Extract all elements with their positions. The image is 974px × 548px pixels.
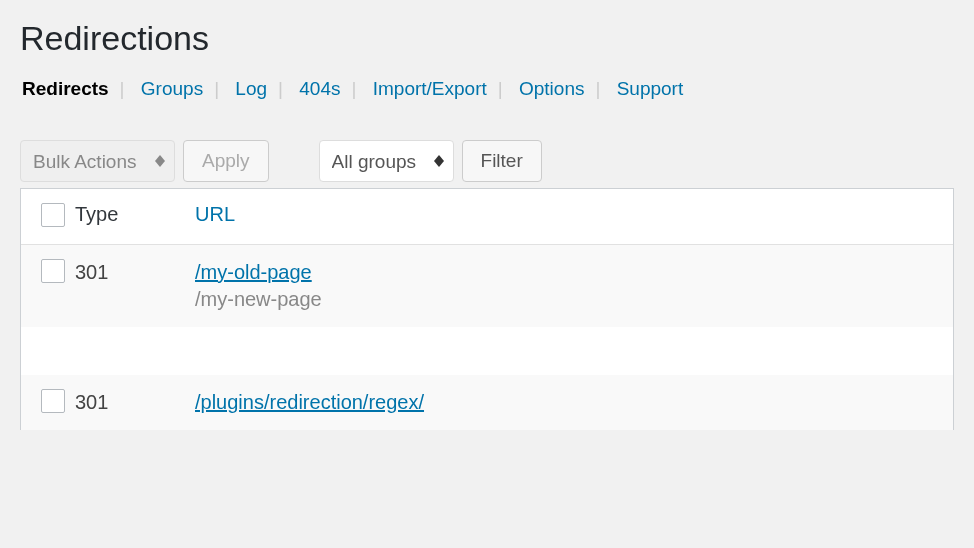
row-url-cell: /my-old-page /my-new-page — [185, 245, 953, 327]
separator: | — [489, 78, 512, 99]
tab-redirects[interactable]: Redirects — [20, 78, 111, 100]
separator: | — [111, 78, 134, 99]
column-type-header: Type — [65, 189, 185, 245]
tab-404s[interactable]: 404s — [297, 78, 342, 100]
tab-label: Groups — [141, 78, 203, 99]
separator: | — [342, 78, 365, 99]
row-source-url[interactable]: /my-old-page — [195, 261, 943, 284]
tab-nav: Redirects| Groups| Log| 404s| Import/Exp… — [20, 78, 954, 100]
bulk-actions-select[interactable]: Bulk Actions — [20, 140, 175, 182]
table-row: 301 /my-old-page /my-new-page — [21, 245, 953, 327]
column-url-label: URL — [195, 203, 235, 225]
row-url-cell: /plugins/redirection/regex/ — [185, 375, 953, 430]
row-type: 301 — [65, 375, 185, 430]
tab-label: Log — [235, 78, 267, 99]
tab-log[interactable]: Log — [233, 78, 269, 100]
separator: | — [205, 78, 228, 99]
tablenav-top: Bulk Actions Apply All groups Filter — [20, 140, 954, 182]
row-target-url: /my-new-page — [195, 288, 943, 311]
table-row-gap — [21, 327, 953, 375]
separator: | — [586, 78, 609, 99]
tab-label: Import/Export — [373, 78, 487, 99]
apply-button[interactable]: Apply — [183, 140, 269, 182]
page-title: Redirections — [20, 10, 954, 70]
select-all-header — [21, 189, 65, 245]
row-source-url[interactable]: /plugins/redirection/regex/ — [195, 391, 943, 414]
tab-label: 404s — [299, 78, 340, 99]
tab-label: Options — [519, 78, 584, 99]
row-checkbox[interactable] — [41, 389, 65, 413]
tab-label: Support — [617, 78, 684, 99]
tab-import-export[interactable]: Import/Export — [371, 78, 489, 100]
group-filter-select[interactable]: All groups — [319, 140, 454, 182]
tab-options[interactable]: Options — [517, 78, 586, 100]
tab-label: Redirects — [22, 78, 109, 99]
tab-support[interactable]: Support — [615, 78, 686, 100]
select-all-checkbox[interactable] — [41, 203, 65, 227]
table-row: 301 /plugins/redirection/regex/ — [21, 375, 953, 430]
column-url-header[interactable]: URL — [185, 189, 953, 245]
filter-button[interactable]: Filter — [462, 140, 542, 182]
row-type: 301 — [65, 245, 185, 327]
redirects-table: Type URL 301 /my-old-page /my-new-page 3… — [20, 188, 954, 430]
tab-groups[interactable]: Groups — [139, 78, 205, 100]
separator: | — [269, 78, 292, 99]
row-checkbox[interactable] — [41, 259, 65, 283]
